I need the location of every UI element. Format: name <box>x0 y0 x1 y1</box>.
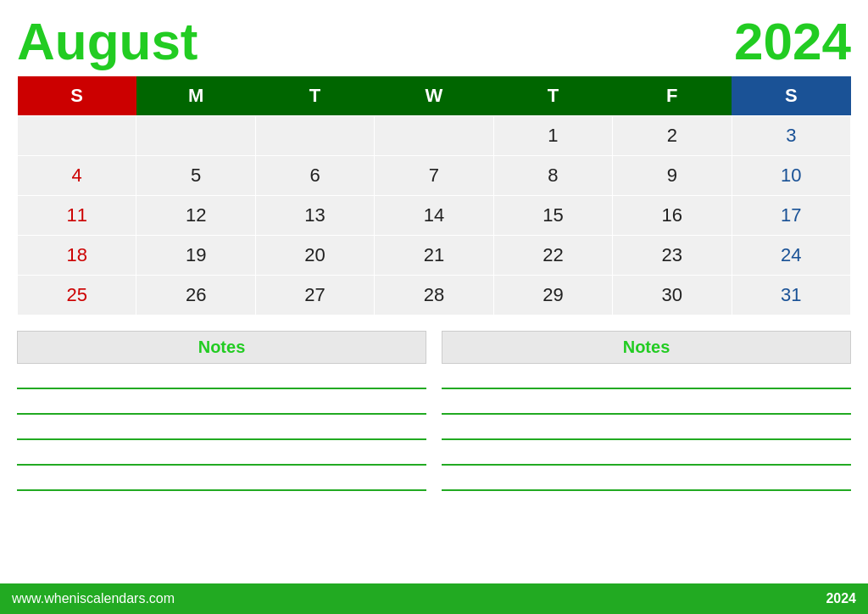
day-cell: 2 <box>613 116 732 156</box>
day-cell: 12 <box>136 196 255 236</box>
day-cell: 28 <box>375 276 493 315</box>
day-cell: 30 <box>613 276 732 315</box>
notes-line <box>442 372 851 389</box>
notes-line <box>17 449 426 466</box>
notes-section: Notes Notes <box>17 331 851 583</box>
page: August 2024 S M T W T F S 1 2 <box>0 0 868 614</box>
table-row: 25 26 27 28 29 30 31 <box>18 276 851 315</box>
header-friday: F <box>613 76 732 116</box>
table-row: 11 12 13 14 15 16 17 <box>18 196 851 236</box>
notes-block-right: Notes <box>442 331 851 583</box>
notes-line <box>442 423 851 440</box>
header-saturday: S <box>732 76 850 116</box>
day-cell <box>136 116 255 156</box>
day-cell: 26 <box>136 276 255 315</box>
table-row: 18 19 20 21 22 23 24 <box>18 236 851 276</box>
header: August 2024 <box>17 15 851 68</box>
day-cell: 14 <box>375 196 493 236</box>
notes-line <box>17 398 426 415</box>
day-cell: 7 <box>375 156 493 196</box>
footer: www.wheniscalendars.com 2024 <box>0 583 868 614</box>
notes-block-left: Notes <box>17 331 426 583</box>
year-title: 2024 <box>734 15 851 68</box>
table-row: 4 5 6 7 8 9 10 <box>18 156 851 196</box>
header-thursday: T <box>493 76 612 116</box>
day-cell: 3 <box>732 116 850 156</box>
notes-lines-right <box>442 369 851 494</box>
month-title: August <box>17 15 198 68</box>
notes-header-left: Notes <box>17 331 426 364</box>
notes-line <box>17 372 426 389</box>
day-cell: 11 <box>18 196 136 236</box>
day-cell: 15 <box>493 196 612 236</box>
table-row: 1 2 3 <box>18 116 851 156</box>
day-cell: 5 <box>136 156 255 196</box>
notes-line <box>17 423 426 440</box>
day-cell: 10 <box>732 156 850 196</box>
header-sunday: S <box>18 76 136 116</box>
day-cell: 23 <box>613 236 732 276</box>
day-cell: 25 <box>18 276 136 315</box>
day-cell: 13 <box>255 196 374 236</box>
day-cell: 6 <box>255 156 374 196</box>
day-cell: 20 <box>255 236 374 276</box>
day-cell: 1 <box>493 116 612 156</box>
day-cell <box>375 116 493 156</box>
notes-line <box>442 398 851 415</box>
day-cell: 17 <box>732 196 850 236</box>
notes-header-right: Notes <box>442 331 851 364</box>
notes-line <box>17 474 426 491</box>
footer-url: www.wheniscalendars.com <box>12 591 175 606</box>
day-cell: 31 <box>732 276 850 315</box>
day-cell: 29 <box>493 276 612 315</box>
footer-year: 2024 <box>826 591 856 606</box>
calendar-table: S M T W T F S 1 2 3 4 5 <box>17 76 851 315</box>
day-cell: 4 <box>18 156 136 196</box>
notes-line <box>442 474 851 491</box>
header-tuesday: T <box>255 76 374 116</box>
day-cell: 16 <box>613 196 732 236</box>
notes-line <box>442 449 851 466</box>
day-cell: 9 <box>613 156 732 196</box>
day-cell: 21 <box>375 236 493 276</box>
day-cell: 27 <box>255 276 374 315</box>
day-cell: 18 <box>18 236 136 276</box>
header-wednesday: W <box>375 76 493 116</box>
day-cell: 22 <box>493 236 612 276</box>
day-cell <box>255 116 374 156</box>
day-cell: 8 <box>493 156 612 196</box>
notes-lines-left <box>17 369 426 494</box>
day-cell <box>18 116 136 156</box>
day-cell: 19 <box>136 236 255 276</box>
header-monday: M <box>136 76 255 116</box>
day-cell: 24 <box>732 236 850 276</box>
